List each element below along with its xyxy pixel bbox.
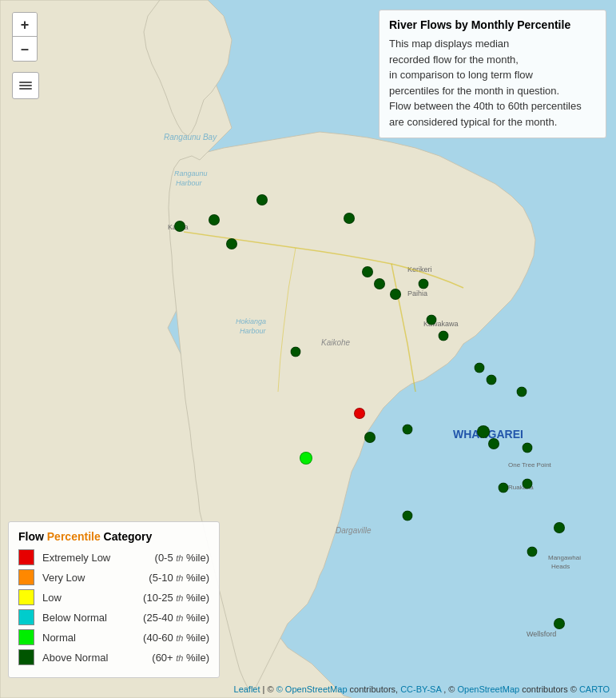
map-dot[interactable] [226, 238, 237, 249]
map-dot[interactable] [487, 375, 497, 385]
map-dot[interactable] [439, 331, 449, 341]
svg-text:Heads: Heads [551, 563, 570, 570]
map-dot[interactable] [364, 432, 376, 443]
attribution-bar: Leaflet | © © OpenStreetMap contributors… [234, 684, 610, 694]
legend-item-label: Very Low [42, 572, 149, 584]
map-dot[interactable] [527, 547, 538, 557]
map-dot[interactable] [403, 425, 413, 435]
map-dot[interactable] [390, 289, 401, 300]
map-dot[interactable] [344, 213, 355, 224]
map-dot[interactable] [488, 438, 499, 449]
legend-title: Flow Percentile Category [18, 530, 209, 543]
map-dot[interactable] [419, 279, 429, 289]
map-dot[interactable] [291, 347, 301, 357]
svg-text:Rangaunu Bay: Rangaunu Bay [164, 133, 217, 142]
legend-item-label: Normal [42, 632, 143, 644]
zoom-out-button[interactable]: – [13, 37, 37, 61]
legend-items: Extremely Low(0-5 th %ile)Very Low(5-10 … [18, 549, 209, 665]
map-dot[interactable] [403, 511, 413, 521]
legend-color-swatch [18, 549, 34, 565]
legend-item: Very Low(5-10 th %ile) [18, 569, 209, 585]
map-dot[interactable] [209, 214, 220, 225]
map-dot[interactable] [477, 425, 490, 438]
svg-text:Wellsford: Wellsford [527, 630, 556, 638]
map-dot[interactable] [174, 221, 185, 232]
svg-text:Rangaunu: Rangaunu [174, 170, 208, 177]
legend-item-range: (0-5 th %ile) [155, 552, 209, 564]
legend-item-range: (40-60 th %ile) [143, 632, 209, 644]
legend-color-swatch [18, 629, 34, 645]
map-dot[interactable] [475, 363, 485, 373]
legend-item: Low(10-25 th %ile) [18, 589, 209, 605]
svg-text:Harbour: Harbour [176, 179, 203, 187]
map-dot[interactable] [300, 452, 312, 465]
legend-color-swatch [18, 569, 34, 585]
legend-item-range: (25-40 th %ile) [143, 612, 209, 624]
layer-button[interactable] [12, 72, 39, 99]
legend-item-range: (60+ th %ile) [152, 652, 209, 664]
info-box-title: River Flows by Monthly Percentile [389, 18, 596, 31]
info-box-description: This map displays median recorded flow f… [389, 36, 596, 130]
map-dot[interactable] [427, 315, 437, 325]
legend-item-label: Below Normal [42, 612, 143, 624]
svg-rect-22 [19, 85, 32, 86]
map-dot[interactable] [523, 443, 533, 453]
svg-text:Hokianga: Hokianga [236, 317, 266, 325]
osm-link-2[interactable]: OpenStreetMap [457, 684, 519, 694]
legend-item: Above Normal(60+ th %ile) [18, 649, 209, 665]
carto-link[interactable]: CARTO [579, 684, 610, 694]
map-dot[interactable] [354, 408, 365, 419]
legend-item-range: (5-10 th %ile) [149, 572, 209, 584]
map-dot[interactable] [517, 387, 527, 397]
osm-link-1[interactable]: © OpenStreetMap [276, 684, 348, 694]
legend-item: Normal(40-60 th %ile) [18, 629, 209, 645]
map-container: Rangaunu Bay Rangaunu Harbour Hokianga H… [0, 0, 616, 698]
legend-color-swatch [18, 589, 34, 605]
map-dot[interactable] [499, 483, 509, 493]
legend-item: Below Normal(25-40 th %ile) [18, 609, 209, 625]
svg-text:Paihia: Paihia [407, 289, 427, 297]
zoom-controls: + – [12, 12, 38, 62]
map-dot[interactable] [256, 194, 268, 205]
layers-icon [18, 78, 34, 94]
map-dot[interactable] [554, 522, 565, 533]
ccbysa-link[interactable]: CC-BY-SA [400, 684, 441, 694]
zoom-in-button[interactable]: + [13, 13, 37, 37]
svg-text:Kaikohe: Kaikohe [321, 338, 351, 347]
leaflet-link[interactable]: Leaflet [234, 684, 260, 694]
map-dot[interactable] [374, 278, 385, 289]
legend-item-label: Low [42, 592, 143, 604]
legend-item-range: (10-25 th %ile) [143, 592, 209, 604]
svg-text:Harbour: Harbour [240, 327, 267, 335]
map-dot[interactable] [523, 479, 533, 489]
info-box: River Flows by Monthly Percentile This m… [379, 10, 606, 138]
svg-rect-21 [19, 82, 32, 83]
map-dot[interactable] [362, 266, 373, 277]
legend-item-label: Above Normal [42, 652, 152, 664]
svg-text:Mangawhai: Mangawhai [548, 554, 581, 561]
legend-item-label: Extremely Low [42, 552, 155, 564]
legend-item: Extremely Low(0-5 th %ile) [18, 549, 209, 565]
legend-box: Flow Percentile Category Extremely Low(0… [8, 521, 220, 678]
legend-color-swatch [18, 609, 34, 625]
svg-rect-23 [19, 88, 32, 90]
legend-color-swatch [18, 649, 34, 665]
svg-text:Dargaville: Dargaville [336, 526, 372, 535]
svg-text:One Tree Point: One Tree Point [508, 461, 552, 469]
map-dot[interactable] [554, 618, 565, 629]
